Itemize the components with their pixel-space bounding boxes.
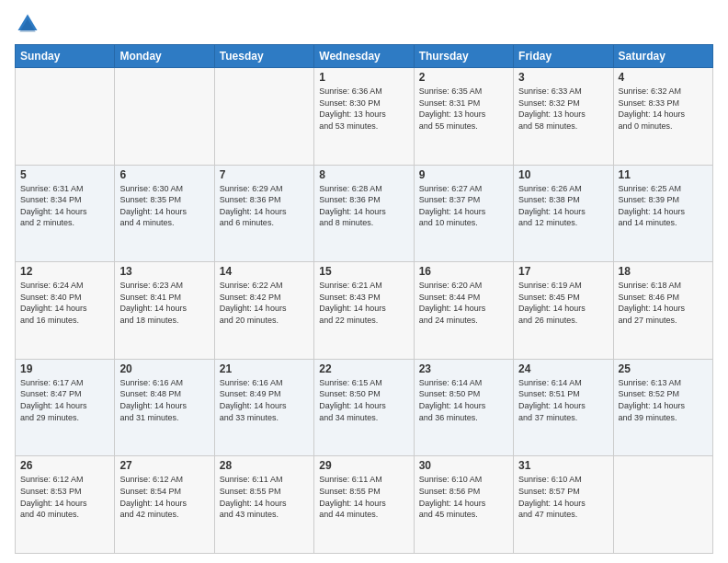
calendar-day: [613, 456, 712, 554]
calendar-header-sunday: Sunday: [16, 45, 115, 68]
day-info: Sunrise: 6:17 AM Sunset: 8:47 PM Dayligh…: [20, 377, 109, 423]
calendar-day: 13Sunrise: 6:23 AM Sunset: 8:41 PM Dayli…: [115, 262, 214, 360]
header: [15, 11, 713, 37]
day-number: 16: [419, 265, 508, 278]
logo-icon: [15, 11, 40, 37]
day-info: Sunrise: 6:14 AM Sunset: 8:50 PM Dayligh…: [419, 377, 508, 423]
day-info: Sunrise: 6:18 AM Sunset: 8:46 PM Dayligh…: [619, 280, 708, 326]
day-info: Sunrise: 6:30 AM Sunset: 8:35 PM Dayligh…: [119, 183, 209, 229]
calendar-day: 15Sunrise: 6:21 AM Sunset: 8:43 PM Dayli…: [314, 262, 414, 360]
calendar-header-wednesday: Wednesday: [314, 45, 414, 68]
day-info: Sunrise: 6:36 AM Sunset: 8:30 PM Dayligh…: [319, 86, 408, 132]
calendar-day: 8Sunrise: 6:28 AM Sunset: 8:36 PM Daylig…: [314, 165, 414, 262]
day-number: 11: [619, 168, 708, 181]
day-info: Sunrise: 6:20 AM Sunset: 8:44 PM Dayligh…: [419, 280, 508, 326]
calendar-day: 26Sunrise: 6:12 AM Sunset: 8:53 PM Dayli…: [16, 456, 115, 554]
calendar-day: 27Sunrise: 6:12 AM Sunset: 8:54 PM Dayli…: [115, 456, 214, 554]
logo: [15, 11, 44, 37]
day-info: Sunrise: 6:22 AM Sunset: 8:42 PM Dayligh…: [220, 280, 309, 326]
day-number: 25: [619, 362, 708, 375]
day-number: 8: [319, 168, 408, 181]
day-number: 27: [119, 459, 209, 472]
day-info: Sunrise: 6:10 AM Sunset: 8:57 PM Dayligh…: [518, 474, 608, 520]
day-number: 19: [20, 362, 109, 375]
calendar-day: 17Sunrise: 6:19 AM Sunset: 8:45 PM Dayli…: [514, 262, 613, 360]
day-info: Sunrise: 6:29 AM Sunset: 8:36 PM Dayligh…: [220, 183, 309, 229]
day-info: Sunrise: 6:35 AM Sunset: 8:31 PM Dayligh…: [419, 86, 508, 132]
calendar-day: 7Sunrise: 6:29 AM Sunset: 8:36 PM Daylig…: [214, 165, 313, 262]
day-info: Sunrise: 6:13 AM Sunset: 8:52 PM Dayligh…: [619, 377, 708, 423]
day-info: Sunrise: 6:21 AM Sunset: 8:43 PM Dayligh…: [319, 280, 408, 326]
calendar-week-row: 19Sunrise: 6:17 AM Sunset: 8:47 PM Dayli…: [16, 359, 713, 456]
calendar-day: 3Sunrise: 6:33 AM Sunset: 8:32 PM Daylig…: [514, 68, 613, 166]
calendar-day: 14Sunrise: 6:22 AM Sunset: 8:42 PM Dayli…: [214, 262, 313, 360]
page: SundayMondayTuesdayWednesdayThursdayFrid…: [0, 0, 728, 563]
day-number: 24: [518, 362, 608, 375]
day-number: 23: [419, 362, 508, 375]
day-info: Sunrise: 6:33 AM Sunset: 8:32 PM Dayligh…: [518, 86, 608, 132]
day-number: 15: [319, 265, 408, 278]
day-number: 28: [220, 459, 309, 472]
calendar-day: 31Sunrise: 6:10 AM Sunset: 8:57 PM Dayli…: [514, 456, 613, 554]
day-number: 12: [20, 265, 109, 278]
calendar-day: 22Sunrise: 6:15 AM Sunset: 8:50 PM Dayli…: [314, 359, 414, 456]
day-number: 1: [319, 71, 408, 84]
day-number: 18: [619, 265, 708, 278]
day-info: Sunrise: 6:31 AM Sunset: 8:34 PM Dayligh…: [20, 183, 109, 229]
calendar-day: 23Sunrise: 6:14 AM Sunset: 8:50 PM Dayli…: [414, 359, 513, 456]
day-number: 17: [518, 265, 608, 278]
day-number: 10: [518, 168, 608, 181]
calendar-week-row: 26Sunrise: 6:12 AM Sunset: 8:53 PM Dayli…: [16, 456, 713, 554]
calendar-day: 6Sunrise: 6:30 AM Sunset: 8:35 PM Daylig…: [115, 165, 214, 262]
day-number: 29: [319, 459, 408, 472]
day-number: 13: [119, 265, 209, 278]
day-info: Sunrise: 6:15 AM Sunset: 8:50 PM Dayligh…: [319, 377, 408, 423]
day-info: Sunrise: 6:28 AM Sunset: 8:36 PM Dayligh…: [319, 183, 408, 229]
calendar-day: [214, 68, 313, 166]
calendar-day: 16Sunrise: 6:20 AM Sunset: 8:44 PM Dayli…: [414, 262, 513, 360]
calendar-header-thursday: Thursday: [414, 45, 513, 68]
day-info: Sunrise: 6:32 AM Sunset: 8:33 PM Dayligh…: [619, 86, 708, 132]
day-number: 5: [20, 168, 109, 181]
calendar-week-row: 12Sunrise: 6:24 AM Sunset: 8:40 PM Dayli…: [16, 262, 713, 360]
calendar-week-row: 1Sunrise: 6:36 AM Sunset: 8:30 PM Daylig…: [16, 68, 713, 166]
day-number: 14: [220, 265, 309, 278]
day-number: 30: [419, 459, 508, 472]
calendar-day: 24Sunrise: 6:14 AM Sunset: 8:51 PM Dayli…: [514, 359, 613, 456]
calendar-header-tuesday: Tuesday: [214, 45, 313, 68]
day-info: Sunrise: 6:12 AM Sunset: 8:54 PM Dayligh…: [119, 474, 209, 520]
day-number: 7: [220, 168, 309, 181]
calendar-day: 11Sunrise: 6:25 AM Sunset: 8:39 PM Dayli…: [613, 165, 712, 262]
calendar-header-saturday: Saturday: [613, 45, 712, 68]
day-info: Sunrise: 6:12 AM Sunset: 8:53 PM Dayligh…: [20, 474, 109, 520]
day-number: 6: [119, 168, 209, 181]
calendar-header-monday: Monday: [115, 45, 214, 68]
calendar-table: SundayMondayTuesdayWednesdayThursdayFrid…: [15, 44, 713, 554]
day-number: 4: [619, 71, 708, 84]
calendar-day: 4Sunrise: 6:32 AM Sunset: 8:33 PM Daylig…: [613, 68, 712, 166]
calendar-day: 9Sunrise: 6:27 AM Sunset: 8:37 PM Daylig…: [414, 165, 513, 262]
day-info: Sunrise: 6:19 AM Sunset: 8:45 PM Dayligh…: [518, 280, 608, 326]
day-info: Sunrise: 6:23 AM Sunset: 8:41 PM Dayligh…: [119, 280, 209, 326]
calendar-header-friday: Friday: [514, 45, 613, 68]
calendar-day: 20Sunrise: 6:16 AM Sunset: 8:48 PM Dayli…: [115, 359, 214, 456]
day-info: Sunrise: 6:27 AM Sunset: 8:37 PM Dayligh…: [419, 183, 508, 229]
calendar-day: 21Sunrise: 6:16 AM Sunset: 8:49 PM Dayli…: [214, 359, 313, 456]
day-info: Sunrise: 6:26 AM Sunset: 8:38 PM Dayligh…: [518, 183, 608, 229]
day-number: 20: [119, 362, 209, 375]
day-info: Sunrise: 6:10 AM Sunset: 8:56 PM Dayligh…: [419, 474, 508, 520]
day-info: Sunrise: 6:24 AM Sunset: 8:40 PM Dayligh…: [20, 280, 109, 326]
calendar-day: 29Sunrise: 6:11 AM Sunset: 8:55 PM Dayli…: [314, 456, 414, 554]
day-number: 22: [319, 362, 408, 375]
calendar-day: 2Sunrise: 6:35 AM Sunset: 8:31 PM Daylig…: [414, 68, 513, 166]
day-info: Sunrise: 6:11 AM Sunset: 8:55 PM Dayligh…: [220, 474, 309, 520]
day-number: 9: [419, 168, 508, 181]
calendar-day: 1Sunrise: 6:36 AM Sunset: 8:30 PM Daylig…: [314, 68, 414, 166]
calendar-day: 5Sunrise: 6:31 AM Sunset: 8:34 PM Daylig…: [16, 165, 115, 262]
day-number: 31: [518, 459, 608, 472]
calendar-day: 19Sunrise: 6:17 AM Sunset: 8:47 PM Dayli…: [16, 359, 115, 456]
day-number: 3: [518, 71, 608, 84]
calendar-day: [115, 68, 214, 166]
day-info: Sunrise: 6:16 AM Sunset: 8:48 PM Dayligh…: [119, 377, 209, 423]
day-number: 26: [20, 459, 109, 472]
